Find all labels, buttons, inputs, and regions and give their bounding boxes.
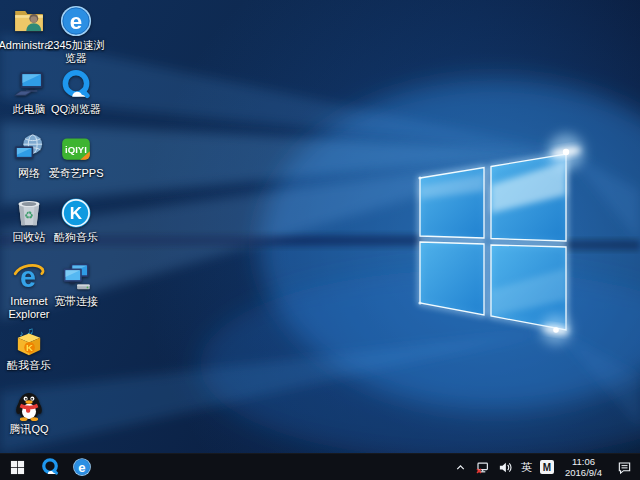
svg-text:e: e (78, 460, 85, 475)
taskbar-app-qq-browser[interactable] (34, 454, 66, 480)
icon-label: 此电脑 (13, 103, 46, 116)
qq-browser-icon (59, 68, 93, 102)
action-center-icon (617, 460, 632, 475)
chevron-up-icon (454, 461, 467, 474)
clock-time: 11:06 (572, 456, 595, 467)
ime-mode-indicator[interactable]: M (536, 454, 558, 480)
icon-label: 酷我音乐 (7, 359, 51, 372)
svg-text:♻: ♻ (24, 209, 34, 221)
network-disconnected-icon (475, 460, 490, 475)
volume[interactable] (494, 454, 517, 480)
tray-overflow-chevron[interactable] (450, 454, 471, 480)
svg-text:♫: ♫ (26, 325, 33, 336)
taskbar-app-2345-browser[interactable]: e (66, 454, 98, 480)
icon-label: 酷狗音乐 (54, 231, 98, 244)
icon-label: 2345加速浏 览器 (47, 39, 104, 65)
icon-label: QQ浏览器 (51, 103, 101, 116)
browser-2345-icon: e (72, 457, 92, 477)
icon-label: 爱奇艺PPS (48, 167, 103, 180)
svg-text:e: e (70, 9, 82, 34)
windows-desktop: Administra...此电脑网络♻回收站eInternet Explorer… (0, 0, 640, 480)
start-button[interactable] (0, 454, 34, 480)
kugou-icon: K (59, 196, 93, 230)
browser-2345-icon: e (59, 4, 93, 38)
speaker-icon (498, 460, 513, 475)
desktop-icon-tencent-qq[interactable]: 腾讯QQ (0, 388, 58, 436)
computer-icon (12, 68, 46, 102)
icon-label: 网络 (18, 167, 40, 180)
kuwo-icon: ♫♪K (12, 324, 46, 358)
broadband-icon (59, 260, 93, 294)
clock-date: 2016/9/4 (565, 467, 602, 478)
qq-browser-icon (40, 457, 60, 477)
ime-language-indicator[interactable]: 英 (517, 454, 536, 480)
lens-flare-bottom (541, 315, 571, 345)
lens-flare-top (548, 134, 584, 170)
icon-label: 腾讯QQ (9, 423, 48, 436)
icon-label: Internet Explorer (9, 295, 50, 321)
icon-label: 宽带连接 (54, 295, 98, 308)
ie-icon: e (12, 260, 46, 294)
desktop-icon-kugou-music[interactable]: K酷狗音乐 (47, 196, 105, 244)
desktop-icon-broadband[interactable]: 宽带连接 (47, 260, 105, 308)
qq-penguin-icon (12, 388, 46, 422)
network-status[interactable] (471, 454, 494, 480)
clock[interactable]: 11:06 2016/9/4 (558, 454, 609, 480)
recycle-bin-icon: ♻ (12, 196, 46, 230)
network-globe-icon (12, 132, 46, 166)
iqiyi-icon: iQIYI (59, 132, 93, 166)
taskbar: e (0, 453, 640, 480)
ime-language-label: 英 (521, 460, 532, 475)
action-center-button[interactable] (609, 454, 640, 480)
user-folder-icon (12, 4, 46, 38)
desktop-icon-iqiyi-pps[interactable]: iQIYI爱奇艺PPS (47, 132, 105, 180)
system-tray: 英 M 11:06 2016/9/4 (450, 454, 640, 480)
svg-text:K: K (70, 204, 83, 223)
desktop-icon-qq-browser[interactable]: QQ浏览器 (47, 68, 105, 116)
desktop-icon-2345-browser[interactable]: e2345加速浏 览器 (47, 4, 105, 65)
svg-text:iQIYI: iQIYI (65, 144, 87, 155)
desktop-icon-kuwo-music[interactable]: ♫♪K酷我音乐 (0, 324, 58, 372)
ime-mode-label: M (540, 460, 554, 474)
svg-text:K: K (26, 342, 33, 353)
windows-logo-icon (10, 460, 25, 475)
icon-label: 回收站 (13, 231, 46, 244)
taskbar-apps: e (34, 454, 98, 480)
